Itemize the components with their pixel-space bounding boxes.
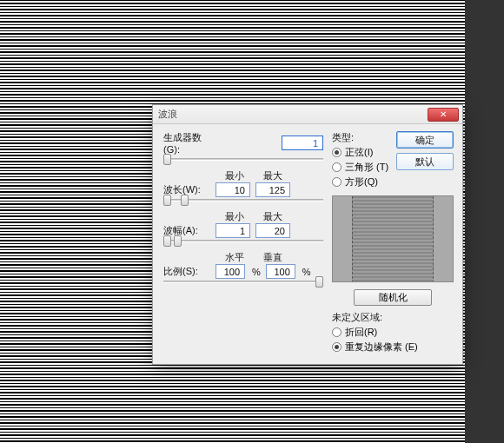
amplitude-max-header: 最大 <box>254 210 292 223</box>
amplitude-label: 波幅(A): <box>163 224 216 237</box>
undefined-repeat-label: 重复边缘像素 (E) <box>345 341 418 354</box>
scale-horizontal-input[interactable] <box>216 264 245 279</box>
wavelength-label: 波长(W): <box>163 183 216 196</box>
generators-label: 生成器数(G): <box>163 131 216 155</box>
generators-input[interactable] <box>282 136 323 150</box>
type-triangle-radio[interactable]: 三角形 (T) <box>332 161 391 174</box>
wavelength-max-header: 最大 <box>254 169 292 182</box>
titlebar[interactable]: 波浪 ✕ <box>153 105 462 124</box>
radio-icon <box>332 177 342 187</box>
scale-h-unit: % <box>252 267 261 277</box>
amplitude-min-input[interactable] <box>216 223 250 238</box>
undefined-wrap-label: 折回(R) <box>345 326 377 339</box>
undefined-wrap-radio[interactable]: 折回(R) <box>332 326 454 339</box>
type-square-radio[interactable]: 方形(Q) <box>332 175 391 188</box>
amplitude-slider[interactable] <box>163 240 323 242</box>
amplitude-min-header: 最小 <box>216 210 254 223</box>
scale-h-header: 水平 <box>216 251 254 264</box>
scale-v-unit: % <box>302 267 311 277</box>
type-sine-radio[interactable]: 正弦(I) <box>332 146 391 159</box>
undefined-group-label: 未定义区域: <box>332 311 454 324</box>
preview-box <box>332 195 454 282</box>
ok-button[interactable]: 确定 <box>396 131 454 149</box>
wavelength-min-header: 最小 <box>216 169 254 182</box>
default-button[interactable]: 默认 <box>396 153 454 170</box>
undefined-repeat-radio[interactable]: 重复边缘像素 (E) <box>332 341 454 354</box>
amplitude-max-input[interactable] <box>255 223 290 238</box>
radio-icon <box>332 162 342 172</box>
scale-slider[interactable] <box>163 281 323 283</box>
preview-wave-icon <box>352 196 434 282</box>
radio-icon <box>332 342 342 352</box>
type-square-label: 方形(Q) <box>345 175 378 188</box>
generators-slider[interactable] <box>163 158 323 161</box>
wavelength-max-input[interactable] <box>255 182 290 197</box>
dialog-title: 波浪 <box>158 108 428 121</box>
type-triangle-label: 三角形 (T) <box>345 161 388 174</box>
wavelength-min-input[interactable] <box>216 182 250 197</box>
scale-v-header: 垂直 <box>254 251 292 264</box>
radio-icon <box>332 148 342 157</box>
wave-dialog: 波浪 ✕ 生成器数(G): 最小 最大 波长(W): <box>152 104 463 365</box>
close-button[interactable]: ✕ <box>428 108 459 122</box>
radio-icon <box>332 327 342 337</box>
randomize-button[interactable]: 随机化 <box>354 289 432 306</box>
scale-label: 比例(S): <box>163 265 216 278</box>
type-sine-label: 正弦(I) <box>345 146 373 159</box>
type-group-label: 类型: <box>332 131 391 144</box>
scale-vertical-input[interactable] <box>266 264 295 279</box>
wavelength-slider[interactable] <box>163 199 323 202</box>
